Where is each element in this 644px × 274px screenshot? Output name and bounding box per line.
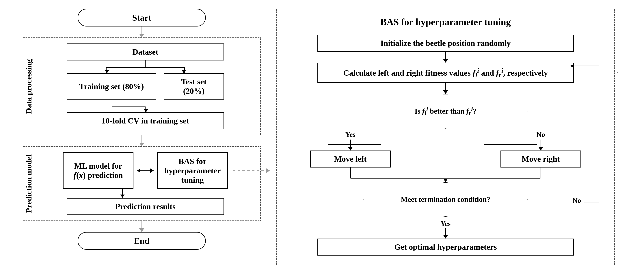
loop-back-indicator	[618, 73, 618, 73]
diagram-container: Start Data processing Dataset	[11, 1, 633, 272]
optimal-box: Get optimal hyperparameters	[318, 239, 574, 256]
optimal-label: Get optimal hyperparameters	[394, 242, 497, 252]
no-branch: No Move right	[500, 131, 581, 178]
termination-yes-label: Yes	[440, 220, 451, 228]
no-termination: No	[572, 196, 581, 204]
prediction-results-label: Prediction results	[115, 202, 176, 211]
end-label: End	[134, 236, 150, 246]
question-diamond-wrapper: Is fli better than fri?	[318, 94, 574, 131]
start-label: Start	[132, 13, 151, 23]
test-set-label: Test set (20%)	[170, 77, 218, 96]
training-set-label: Training set (80%)	[79, 82, 144, 91]
termination-label: Meet termination condition?	[401, 195, 490, 203]
no-label: No	[536, 131, 545, 138]
branch-row: Yes Move left No	[299, 131, 592, 178]
bas-tuning-label: BAS for hyperparameter tuning	[163, 157, 222, 185]
init-box: Initialize the beetle position randomly	[318, 35, 574, 52]
dataset-box: Dataset	[67, 43, 224, 60]
cv-label: 10-fold CV in training set	[102, 116, 189, 126]
ml-model-box: ML model for f(x) prediction	[63, 152, 134, 189]
question-text: Is fli better than fri?	[415, 106, 476, 117]
right-side: BAS for hyperparameter tuning Initialize…	[276, 9, 615, 265]
yes-label: Yes	[346, 131, 356, 138]
termination-no-label: No	[572, 196, 581, 204]
termination-text: Meet termination condition?	[401, 195, 490, 204]
right-side-title: BAS for hyperparameter tuning	[380, 17, 511, 27]
bas-tuning-box: BAS for hyperparameter tuning	[157, 152, 228, 189]
convergence-lines	[299, 178, 592, 182]
model-row: ML model for f(x) prediction BAS for hyp…	[63, 152, 228, 189]
termination-diamond: Meet termination condition?	[363, 182, 528, 217]
training-set-box: Training set (80%)	[67, 73, 156, 100]
move-left-box: Move left	[310, 150, 391, 167]
prediction-model-section: Prediction model ML model for f(x) predi…	[23, 146, 261, 221]
dashed-arrow-right	[233, 168, 270, 173]
calc-box: Calculate left and right fitness values …	[318, 63, 574, 83]
cv-box: 10-fold CV in training set	[67, 112, 224, 129]
left-side: Start Data processing Dataset	[18, 9, 265, 250]
question-diamond: Is fli better than fri?	[363, 94, 528, 129]
dataset-label: Dataset	[132, 47, 158, 57]
test-set-box: Test set (20%)	[164, 73, 224, 100]
move-left-label: Move left	[334, 154, 366, 164]
start-box: Start	[78, 9, 206, 26]
data-processing-label: Data processing	[24, 59, 34, 114]
termination-wrapper: Meet termination condition? No	[299, 182, 592, 219]
end-box: End	[78, 232, 206, 250]
move-right-label: Move right	[522, 154, 560, 164]
right-flow: Initialize the beetle position randomly …	[288, 35, 603, 255]
init-label: Initialize the beetle position randomly	[380, 38, 510, 48]
move-right-box: Move right	[500, 150, 581, 167]
yes-branch: Yes Move left	[310, 131, 391, 178]
calc-label: Calculate left and right fitness values …	[343, 66, 548, 79]
prediction-model-label: Prediction model	[24, 154, 34, 213]
ml-model-label: ML model for f(x) prediction	[69, 161, 128, 180]
yes-termination: Yes	[299, 219, 592, 239]
data-processing-section: Data processing Dataset	[23, 37, 261, 135]
calc-wrapper: Calculate left and right fitness values …	[288, 63, 603, 83]
prediction-results-box: Prediction results	[67, 198, 224, 215]
